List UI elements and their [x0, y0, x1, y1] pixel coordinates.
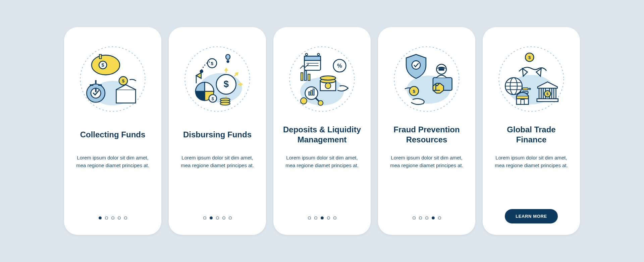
svg-point-44 — [320, 76, 336, 80]
card-title: Collecting Funds — [80, 124, 146, 145]
svg-rect-71 — [523, 88, 528, 90]
dot[interactable] — [438, 216, 441, 219]
global-trade-icon: $ $ — [496, 44, 567, 114]
dot[interactable] — [118, 216, 121, 219]
card-title: Deposits & Liquidity Management — [283, 124, 361, 145]
card-title: Global Trade Finance — [507, 124, 555, 145]
svg-rect-32 — [305, 56, 321, 61]
dot[interactable] — [314, 216, 317, 219]
fraud-prevention-icon: $ — [391, 44, 462, 114]
svg-rect-37 — [301, 73, 303, 80]
svg-rect-76 — [539, 88, 541, 99]
svg-rect-48 — [311, 90, 312, 95]
svg-text:$: $ — [122, 79, 125, 84]
svg-text:$: $ — [224, 79, 229, 89]
svg-rect-47 — [309, 92, 310, 95]
dot[interactable] — [210, 216, 213, 219]
pagination-dots — [169, 216, 266, 219]
svg-rect-74 — [517, 96, 529, 99]
svg-point-22 — [226, 60, 229, 63]
svg-point-52 — [318, 101, 323, 106]
dot[interactable] — [432, 216, 435, 219]
svg-point-51 — [301, 98, 307, 104]
svg-rect-38 — [305, 71, 307, 80]
svg-rect-10 — [95, 80, 97, 84]
dot[interactable] — [308, 216, 311, 219]
svg-point-33 — [306, 53, 308, 55]
svg-text:%: % — [337, 63, 342, 69]
dot[interactable] — [216, 216, 219, 219]
dot[interactable] — [222, 216, 225, 219]
svg-rect-80 — [537, 99, 558, 102]
onboarding-card-deposits-liquidity: % Deposits & Liquidity Management Lorem … — [273, 27, 371, 235]
dot[interactable] — [111, 216, 114, 219]
dot[interactable] — [99, 216, 102, 219]
onboarding-card-disbursing-funds: $ $ $ — [169, 27, 266, 235]
svg-text:$: $ — [528, 55, 531, 60]
deposits-liquidity-icon: % — [287, 44, 357, 114]
svg-rect-4 — [99, 55, 101, 59]
pagination-dots — [378, 216, 475, 219]
collecting-funds-icon: $ $ — [77, 44, 148, 114]
dot[interactable] — [124, 216, 127, 219]
card-desc: Lorem ipsum dolor sit dim amet, mea regi… — [494, 154, 568, 170]
dot[interactable] — [425, 216, 428, 219]
svg-text:$: $ — [212, 96, 214, 101]
card-title: Disbursing Funds — [183, 124, 252, 145]
svg-rect-12 — [116, 90, 136, 103]
dot[interactable] — [413, 216, 416, 219]
svg-rect-11 — [95, 88, 97, 92]
dot[interactable] — [203, 216, 206, 219]
learn-more-button[interactable]: LEARN MORE — [505, 209, 557, 223]
svg-rect-79 — [554, 88, 556, 99]
onboarding-card-global-trade: $ $ — [483, 27, 580, 235]
card-desc: Lorem ipsum dolor sit dim amet, mea regi… — [76, 154, 150, 170]
svg-text:$: $ — [413, 89, 415, 94]
onboarding-card-fraud-prevention: $ Fraud Prevention Resources Lorem ipsum… — [378, 27, 475, 235]
card-title: Fraud Prevention Resources — [393, 124, 460, 145]
card-desc: Lorem ipsum dolor sit dim amet, mea regi… — [180, 154, 254, 170]
disbursing-funds-icon: $ $ $ — [182, 44, 253, 114]
svg-rect-39 — [308, 74, 310, 80]
svg-point-45 — [325, 83, 331, 89]
svg-rect-8 — [90, 84, 94, 86]
dot[interactable] — [327, 216, 330, 219]
svg-rect-9 — [98, 84, 102, 86]
dot[interactable] — [419, 216, 422, 219]
svg-text:$: $ — [211, 61, 213, 66]
dot[interactable] — [105, 216, 108, 219]
svg-text:$: $ — [546, 92, 549, 96]
svg-point-28 — [220, 102, 230, 105]
pagination-dots — [273, 216, 371, 219]
card-desc: Lorem ipsum dolor sit dim amet, mea regi… — [390, 154, 464, 170]
svg-point-34 — [317, 53, 319, 55]
svg-text:$: $ — [102, 62, 104, 68]
pagination-dots — [64, 216, 161, 219]
svg-rect-49 — [313, 89, 314, 95]
svg-rect-75 — [521, 100, 525, 105]
dot[interactable] — [333, 216, 336, 219]
card-desc: Lorem ipsum dolor sit dim amet, mea regi… — [285, 154, 359, 170]
svg-point-55 — [412, 61, 420, 69]
svg-rect-57 — [439, 69, 444, 71]
onboarding-card-collecting-funds: $ $ Collecting Funds Lorem ipsum dolor s… — [64, 27, 161, 235]
dot[interactable] — [229, 216, 232, 219]
dot[interactable] — [321, 216, 324, 219]
